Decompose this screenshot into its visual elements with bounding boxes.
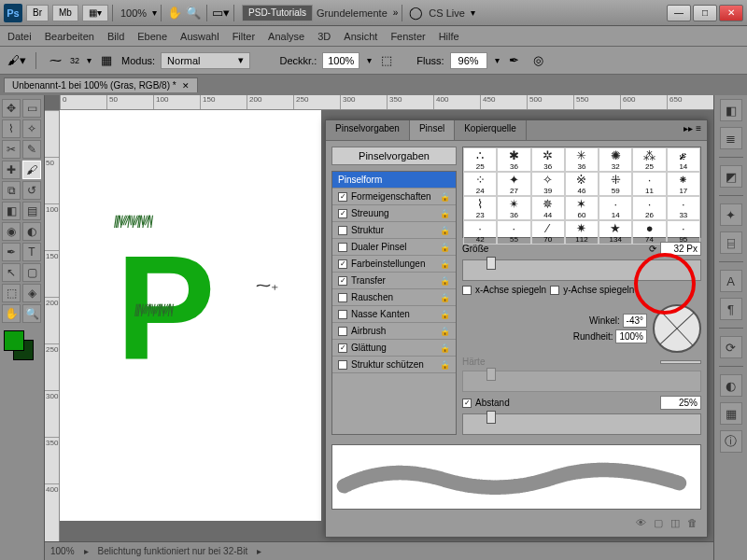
status-zoom[interactable]: 100% [50,546,75,556]
zoom-tool[interactable]: 🔍 [22,304,41,323]
option-checkbox[interactable]: ✓ [338,343,347,353]
brush-panel-toggle-icon[interactable]: ▦ [97,51,116,70]
flip-y-checkbox[interactable] [550,286,559,295]
workspace-secondary[interactable]: Grundelemente [317,7,388,19]
hand-tool[interactable]: ✋ [2,304,21,323]
adjust-panel-icon[interactable]: ◩ [720,165,742,188]
brush-option-item[interactable]: ✓Glättung🔒 [332,340,456,357]
panel-new-icon[interactable]: ▢ [654,517,663,529]
spacing-slider[interactable] [462,413,701,435]
brush-preset[interactable]: ·14 [599,196,632,220]
history-panel-icon[interactable]: ⟳ [720,336,742,358]
menu-analyse[interactable]: Analyse [268,31,304,42]
menu-bearbeiten[interactable]: Bearbeiten [45,31,94,42]
menu-ebene[interactable]: Ebene [137,31,167,42]
marquee-tool[interactable]: ▭ [22,99,41,118]
eyedropper-tool[interactable]: ✎ [22,140,41,159]
tool-preset-icon[interactable]: 🖌▾ [7,51,26,70]
brush-preset[interactable]: ✱36 [497,147,530,172]
info-panel-icon[interactable]: ⓘ [720,430,742,453]
brush-preset[interactable]: ⁜59 [599,172,632,196]
brush-preset[interactable]: ·33 [667,196,700,220]
brush-option-item[interactable]: Nasse Kanten🔒 [332,306,456,323]
brush-option-item[interactable]: Rauschen🔒 [332,289,456,306]
option-checkbox[interactable] [338,360,347,370]
path-tool[interactable]: ↖ [2,263,21,282]
brush-preset[interactable]: ⁕17 [667,172,700,196]
panel-trash-icon[interactable]: 🗑 [687,517,698,529]
blend-mode-select[interactable]: Normal▾ [161,52,249,69]
brush-preset[interactable]: ✺32 [599,147,632,172]
layers-panel-icon[interactable]: ≣ [720,127,742,149]
brush-preset[interactable]: ⸙14 [667,147,700,172]
gradient-tool[interactable]: ▤ [22,202,41,220]
zoom-icon[interactable]: 🔍 [184,4,203,22]
history-brush-tool[interactable]: ↺ [22,181,41,200]
brush-option-item[interactable]: Struktur schützen🔒 [332,357,456,373]
brush-option-item[interactable]: Pinselform [332,172,456,189]
reset-icon[interactable]: ⟳ [649,244,656,254]
heal-tool[interactable]: ✚ [2,161,21,179]
brush-preset[interactable]: ✵44 [531,196,565,220]
char-panel-icon[interactable]: A [720,270,742,292]
brush-preset[interactable]: ✴36 [497,196,530,220]
tab-pinselvorgaben[interactable]: Pinselvorgaben [326,120,410,140]
screen-mode-icon[interactable]: ▭▾ [211,4,230,22]
brush-preset[interactable]: ✶60 [565,196,599,220]
pen-tool[interactable]: ✒ [2,243,21,261]
brush-presets-grid[interactable]: ∴25✱36✲36✳36✺32⁂25⸙14⁘24✦27✧39※46⁜59·11⁕… [462,147,701,238]
brush-option-item[interactable]: ✓Streuung🔒 [332,205,456,222]
option-checkbox[interactable]: ✓ [338,209,347,218]
option-checkbox[interactable] [338,327,347,336]
brush-preset[interactable]: ⁘24 [463,172,497,196]
menu-fenster[interactable]: Fenster [390,31,425,42]
size-slider[interactable] [462,259,701,281]
foreground-color[interactable] [4,330,24,351]
menu-3d[interactable]: 3D [317,31,331,42]
option-checkbox[interactable]: ✓ [338,259,347,269]
opacity-input[interactable] [322,52,359,69]
panel-collapse-icon[interactable]: ▸▸ ≡ [678,120,707,140]
brush-preset[interactable]: ✧39 [531,172,565,196]
pressure-size-icon[interactable]: ◎ [529,51,548,70]
brush-preset[interactable]: ✳36 [565,147,599,172]
workspace-switcher[interactable]: PSD-Tutorials [242,5,313,21]
bridge-button[interactable]: Br [26,5,49,21]
hand-icon[interactable]: ✋ [165,4,184,22]
angle-input[interactable]: -43° [623,314,647,328]
minibridge-button[interactable]: Mb [52,5,78,21]
pressure-opacity-icon[interactable]: ⬚ [377,51,396,70]
shape-tool[interactable]: ▢ [22,263,41,282]
brush-option-item[interactable]: ✓Farbeinstellungen🔒 [332,256,456,273]
tab-kopierquelle[interactable]: Kopierquelle [455,120,527,140]
swatches-panel-icon[interactable]: ◧ [720,99,742,121]
presets-panel-icon[interactable]: ⌸ [720,231,742,254]
3d-cam-tool[interactable]: ◈ [22,284,41,302]
type-tool[interactable]: T [22,243,41,261]
brush-preset[interactable]: ✦27 [497,172,530,196]
brush-option-item[interactable]: Airbrush🔒 [332,323,456,340]
tab-pinsel[interactable]: Pinsel [410,120,455,140]
minimize-button[interactable]: — [667,5,691,21]
airbrush-icon[interactable]: ✒ [505,51,524,70]
para-panel-icon[interactable]: ¶ [720,298,742,320]
flow-input[interactable] [450,52,487,69]
brush-option-item[interactable]: Dualer Pinsel🔒 [332,239,456,256]
crop-tool[interactable]: ✂ [2,140,21,159]
blur-tool[interactable]: ◉ [2,222,21,241]
menu-hilfe[interactable]: Hilfe [439,31,459,42]
brush-option-item[interactable]: Struktur🔒 [332,222,456,239]
color-swatches[interactable] [2,330,39,362]
angle-control[interactable] [653,304,701,353]
pinselvorgaben-button[interactable]: Pinselvorgaben [331,147,457,165]
option-checkbox[interactable] [338,226,347,235]
brush-preset[interactable]: ·11 [632,172,666,196]
color-panel-icon[interactable]: ◐ [720,374,742,397]
dodge-tool[interactable]: ◐ [22,222,41,241]
zoom-global[interactable]: 100% [120,7,147,19]
panel-new2-icon[interactable]: ◫ [670,517,680,529]
brush-preview-icon[interactable]: ⁓ [46,51,64,70]
brush-tool[interactable]: 🖌 [22,161,41,179]
lasso-tool[interactable]: ⌇ [2,119,21,138]
cslive-icon[interactable]: ◯ [406,4,425,22]
